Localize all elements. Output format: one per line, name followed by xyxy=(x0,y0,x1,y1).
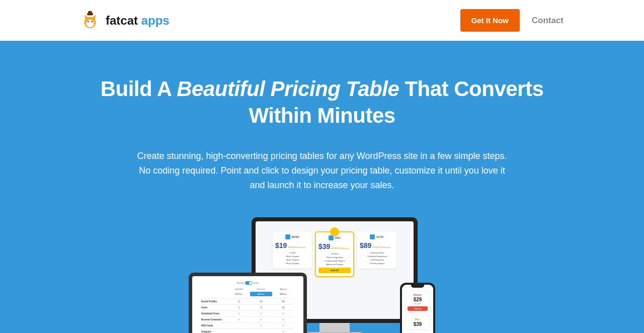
device-mockups: BASIC $19PER MONTH billed yearly 3 Site … xyxy=(181,217,463,333)
tablet-mockup: MonthlyYearly Individual Business Agency… xyxy=(189,273,307,333)
hero-headline: Build A Beautiful Pricing Table That Con… xyxy=(96,76,548,129)
plan-card-basic: BASIC $19PER MONTH billed yearly 3 Site … xyxy=(273,231,312,269)
svg-point-2 xyxy=(88,21,89,22)
plan-card-pro: PRO $39PER MONTH billed yearly 10 Sites … xyxy=(315,231,354,277)
svg-rect-5 xyxy=(88,11,92,14)
featured-badge-icon xyxy=(330,227,339,236)
plan-card-elite: ELITE $89PER MONTH billed yearly Unlimit… xyxy=(357,231,396,269)
site-header: fatcat apps Get It Now Contact xyxy=(0,0,644,41)
main-nav: Get It Now Contact xyxy=(460,9,564,32)
fatcat-icon xyxy=(80,11,100,30)
hero-subtext: Create stunning, high-converting pricing… xyxy=(131,149,513,192)
brand-logo[interactable]: fatcat apps xyxy=(80,11,170,30)
get-it-now-button[interactable]: Get It Now xyxy=(460,9,520,32)
svg-point-3 xyxy=(91,21,93,22)
phone-mockup: Basic $29 per month Sign Up Pro $39 xyxy=(400,283,435,333)
contact-link[interactable]: Contact xyxy=(532,16,564,26)
svg-point-1 xyxy=(86,20,94,27)
brand-text: fatcat apps xyxy=(106,14,170,28)
hero-section: Build A Beautiful Pricing Table That Con… xyxy=(0,41,644,333)
